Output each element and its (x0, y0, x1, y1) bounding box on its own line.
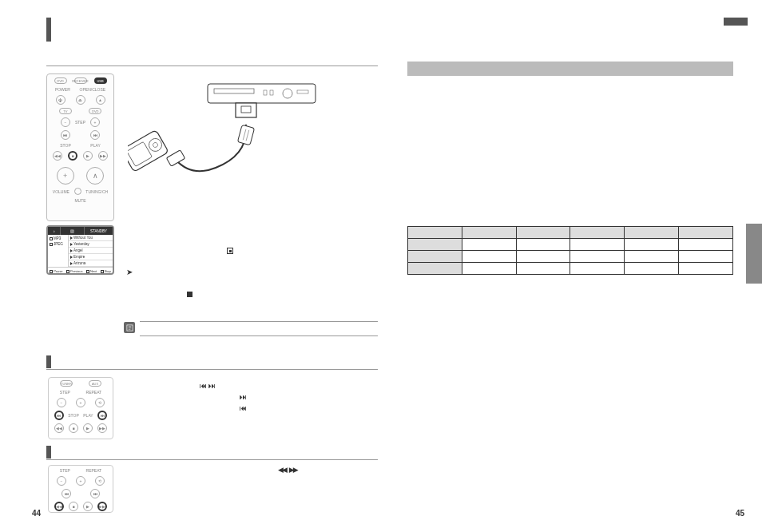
table-cell (570, 263, 625, 275)
channel-up-icon: ∧ (86, 167, 104, 185)
list-item: Arizona (69, 260, 113, 267)
spec-table (407, 226, 733, 275)
page-number-left: 44 (32, 509, 41, 518)
mini3-ff: ▶▶ (97, 502, 107, 511)
label-power: POWER (55, 87, 70, 92)
remote-btn-usb: USB (94, 77, 107, 84)
remote-btn-dvd: DVD (54, 77, 67, 84)
remote-btn-dvd2: DVD (89, 108, 101, 114)
footer-next: Next (86, 269, 97, 273)
table-cell (462, 251, 516, 263)
note-icon (124, 322, 135, 333)
section2-rule (46, 369, 378, 370)
eject2-icon: ▲ (96, 95, 105, 105)
section3-bar (46, 446, 51, 459)
label-stop: STOP (60, 143, 71, 148)
label-step: STEP (75, 120, 85, 125)
mini3-sknext: ⏭ (90, 489, 100, 498)
right-page-title-bar (407, 62, 733, 76)
mini-play-lbl: PLAY (83, 413, 93, 418)
label-volume: VOLUME (53, 189, 69, 194)
connection-diagram (128, 80, 319, 200)
mini-stop-lbl: STOP (68, 413, 79, 418)
ff-icon: ▶▶ (98, 151, 108, 161)
list-item: Yesterday (69, 241, 113, 248)
table-cell (408, 251, 462, 263)
step-cursor-icon: ➤ (126, 268, 133, 276)
volume-up-icon: + (57, 167, 74, 185)
play-pause-icon: ▶ (83, 151, 93, 161)
page-number-right: 45 (736, 509, 744, 518)
rewind-icon: ◀◀ (53, 151, 62, 161)
mini3-plus: + (76, 476, 85, 486)
rewind-ff-inline: ◀◀ ▶▶ (278, 466, 297, 474)
table-cell (679, 263, 733, 275)
label-openclose: OPEN/CLOSE (80, 87, 106, 92)
table-cell (679, 239, 733, 251)
stop-glyph-icon (227, 248, 233, 254)
tune-down-icon: − (61, 117, 70, 127)
skip-prev-glyph-line2: ⏮ (240, 404, 245, 412)
remote-control-illustration: DVD RECEIVER USB POWER OPEN/CLOSE ⏻ ⏏ ▲ … (46, 73, 114, 221)
side-index-tab (746, 224, 762, 284)
mini3-repeat: REPEAT (86, 468, 102, 473)
remote-btn-rcv: RECEIVER (74, 77, 87, 84)
table-header (570, 227, 625, 239)
table-header (625, 227, 679, 239)
mini-play: ▶ (83, 423, 93, 433)
mini-skip-next: ⏭ (97, 411, 107, 420)
footer-stop: Stop (101, 269, 111, 273)
note-rule-top (140, 321, 378, 322)
mini3-stop: ■ (69, 502, 78, 511)
table-cell (625, 263, 679, 275)
list-item: Empire (69, 254, 113, 260)
mini-step: STEP (60, 390, 70, 395)
remote-btn-tv: TV (59, 108, 72, 114)
ff-glyph: ▶▶ (289, 466, 297, 474)
mini3-rw: ◀◀ (54, 502, 64, 511)
table-cell (516, 263, 570, 275)
skip-prev-icon: ⏮ (61, 130, 70, 140)
remote-crop-skip: TUNER AUX STEP REPEAT − + ⟲ ⏮ STOP PLAY … (48, 377, 113, 439)
skip-next-icon: ⏭ (90, 130, 100, 140)
section2-bar (46, 355, 51, 368)
mini-minus: − (57, 398, 66, 407)
table-cell (679, 251, 733, 263)
mini3-play: ▶ (83, 502, 93, 511)
table-cell (570, 239, 625, 251)
skip-next-glyph: ⏭ (208, 382, 214, 390)
svg-rect-7 (241, 106, 251, 113)
rule-line (46, 66, 378, 66)
label-mute: MUTE (50, 198, 110, 203)
remote-crop-ff: STEP REPEAT − + ⟲ ⏮ ⏭ ◀◀ ■ ▶ ▶▶ (48, 465, 113, 513)
mini-aux: AUX (89, 380, 101, 387)
svg-rect-12 (166, 150, 185, 166)
power-icon: ⏻ (56, 95, 65, 105)
table-header (408, 227, 462, 239)
mini-repeat-btn: ⟲ (95, 398, 105, 407)
mini-repeat: REPEAT (86, 390, 102, 395)
table-header (516, 227, 570, 239)
screen-cat-mp3: MP3 (50, 236, 66, 240)
label-play: PLAY (90, 143, 100, 148)
mini-ff: ▶▶ (97, 423, 107, 433)
skip-next-glyph-line1: ⏭ (240, 393, 245, 401)
list-item: Angel (69, 248, 113, 254)
table-cell (570, 251, 625, 263)
stop-button-icon: ■ (68, 151, 77, 161)
mini-tuner: TUNER (60, 380, 73, 387)
table-header (462, 227, 516, 239)
screen-icon-b: ▧ (61, 227, 85, 235)
mini3-minus: − (57, 476, 66, 486)
screen-standby-label: STANDBY (85, 227, 113, 235)
table-cell (462, 239, 516, 251)
table-cell (625, 251, 679, 263)
footer-pause: Pause (50, 269, 62, 273)
rewind-glyph: ◀◀ (278, 466, 286, 474)
svg-rect-9 (237, 125, 254, 145)
tune-up-icon: + (90, 117, 100, 127)
mini-plus: + (76, 398, 85, 407)
skip-prev-next-inline: ⏮ ⏭ (200, 382, 214, 390)
table-cell (408, 239, 462, 251)
table-cell (516, 251, 570, 263)
